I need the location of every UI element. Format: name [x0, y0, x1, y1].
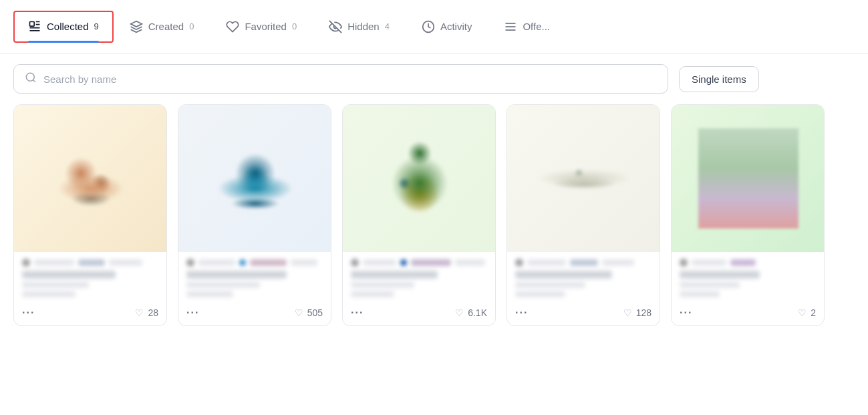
- item-image: [178, 105, 331, 252]
- activity-icon: [422, 20, 435, 33]
- tab-hidden-count: 4: [385, 21, 390, 31]
- heart-icon: ♡: [623, 307, 632, 318]
- search-input[interactable]: [43, 74, 657, 85]
- heart-icon: ♡: [135, 307, 144, 318]
- tab-activity[interactable]: Activity: [406, 0, 488, 53]
- search-wrapper: [13, 64, 668, 94]
- heart-icon: ♡: [295, 307, 303, 318]
- item-card[interactable]: ··· ♡ 505: [178, 104, 331, 326]
- menu-icon: [504, 20, 517, 33]
- item-card[interactable]: ··· ♡ 28: [13, 104, 167, 326]
- like-count: 505: [307, 307, 323, 318]
- item-price: [351, 291, 394, 297]
- search-icon: [25, 72, 37, 86]
- heart-icon: ♡: [798, 307, 807, 318]
- item-meta: [515, 259, 652, 267]
- like-section: ♡ 2: [798, 307, 816, 318]
- item-desc: [22, 281, 89, 288]
- tab-hidden-label: Hidden: [347, 21, 380, 32]
- item-footer: ··· ♡ 2: [672, 300, 824, 325]
- tab-favorited-label: Favorited: [245, 21, 287, 32]
- item-info: [672, 252, 824, 297]
- filter-label: Single items: [692, 74, 746, 85]
- heart-nav-icon: [226, 20, 239, 33]
- like-count: 2: [811, 307, 816, 318]
- more-options-button[interactable]: ···: [351, 307, 364, 319]
- tab-created[interactable]: Created 0: [114, 0, 210, 53]
- item-artwork: [698, 128, 799, 229]
- like-section: ♡ 28: [135, 307, 158, 318]
- hidden-icon: [329, 20, 342, 33]
- item-footer: ··· ♡ 505: [178, 300, 331, 325]
- item-name: [515, 271, 612, 279]
- tab-offers-label: Offe...: [523, 21, 550, 32]
- tab-offers[interactable]: Offe...: [488, 0, 566, 53]
- tab-favorited[interactable]: Favorited 0: [210, 0, 313, 53]
- item-name: [351, 271, 438, 279]
- item-price: [186, 291, 233, 297]
- item-artwork: [41, 128, 141, 229]
- item-card[interactable]: ··· ♡ 6.1K: [342, 104, 496, 326]
- item-price: [22, 291, 76, 297]
- item-info: [14, 252, 166, 297]
- tab-activity-label: Activity: [440, 21, 472, 32]
- item-name: [680, 271, 760, 279]
- svg-point-6: [26, 73, 34, 81]
- svg-line-7: [33, 80, 35, 82]
- like-count: 128: [636, 307, 652, 318]
- tab-created-count: 0: [189, 21, 194, 31]
- item-image: [343, 105, 496, 252]
- item-info: [343, 252, 495, 297]
- tab-hidden[interactable]: Hidden 4: [313, 0, 406, 53]
- item-footer: ··· ♡ 128: [507, 300, 660, 325]
- like-count: 6.1K: [468, 307, 487, 318]
- items-grid: ··· ♡ 28 ··· ♡: [0, 104, 868, 339]
- more-options-button[interactable]: ···: [186, 307, 199, 319]
- item-meta: [22, 259, 158, 267]
- item-desc: [186, 281, 260, 288]
- more-options-button[interactable]: ···: [680, 307, 692, 319]
- item-image: [507, 105, 660, 252]
- item-desc: [515, 281, 585, 288]
- item-artwork: [205, 128, 305, 229]
- more-options-button[interactable]: ···: [515, 307, 528, 319]
- created-icon: [130, 20, 143, 33]
- like-count: 28: [148, 307, 158, 318]
- item-image: [14, 105, 167, 252]
- item-desc: [680, 281, 740, 288]
- tab-created-label: Created: [148, 21, 184, 32]
- item-name: [186, 271, 287, 279]
- like-section: ♡ 128: [623, 307, 652, 318]
- item-name: [22, 271, 116, 279]
- item-card[interactable]: ··· ♡ 128: [507, 104, 660, 326]
- tab-collected[interactable]: Collected 9: [13, 11, 114, 43]
- item-artwork: [534, 128, 634, 229]
- nav-tabs: Collected 9 Created 0 Favorited 0: [0, 0, 868, 53]
- item-card[interactable]: ··· ♡ 2: [671, 104, 825, 326]
- item-artwork: [370, 128, 470, 229]
- like-section: ♡ 505: [295, 307, 323, 318]
- item-price: [680, 291, 720, 297]
- item-footer: ··· ♡ 28: [14, 300, 166, 325]
- item-meta: [680, 259, 816, 267]
- item-info: [507, 252, 660, 297]
- collection-icon: [28, 20, 41, 33]
- tab-collected-count: 9: [94, 21, 99, 31]
- item-price: [515, 291, 565, 297]
- svg-rect-0: [30, 21, 35, 26]
- more-options-button[interactable]: ···: [22, 307, 35, 319]
- item-meta: [186, 259, 323, 267]
- item-desc: [351, 281, 414, 288]
- tab-favorited-count: 0: [292, 21, 297, 31]
- search-area: Single items: [0, 53, 868, 104]
- item-image: [672, 105, 825, 252]
- item-meta: [351, 259, 487, 267]
- item-info: [178, 252, 331, 297]
- like-section: ♡ 6.1K: [455, 307, 487, 318]
- heart-icon: ♡: [455, 307, 464, 318]
- filter-button[interactable]: Single items: [679, 66, 759, 92]
- item-footer: ··· ♡ 6.1K: [343, 300, 495, 325]
- tab-collected-label: Collected: [47, 21, 89, 32]
